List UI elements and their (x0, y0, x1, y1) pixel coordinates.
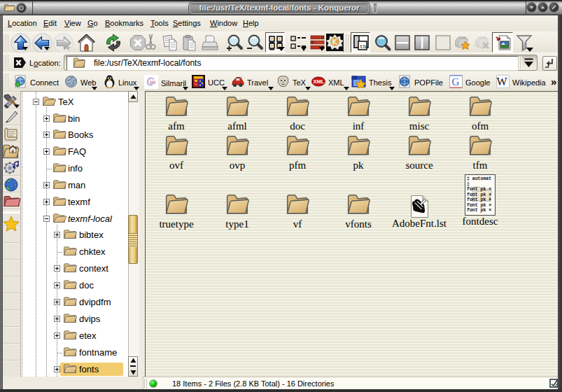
svg-text:W: W (497, 76, 508, 88)
svg-text:csb: csb (150, 80, 155, 85)
svg-text:XML: XML (314, 78, 325, 85)
svg-text:tb: tb (360, 43, 367, 50)
svg-text:G: G (452, 76, 460, 88)
